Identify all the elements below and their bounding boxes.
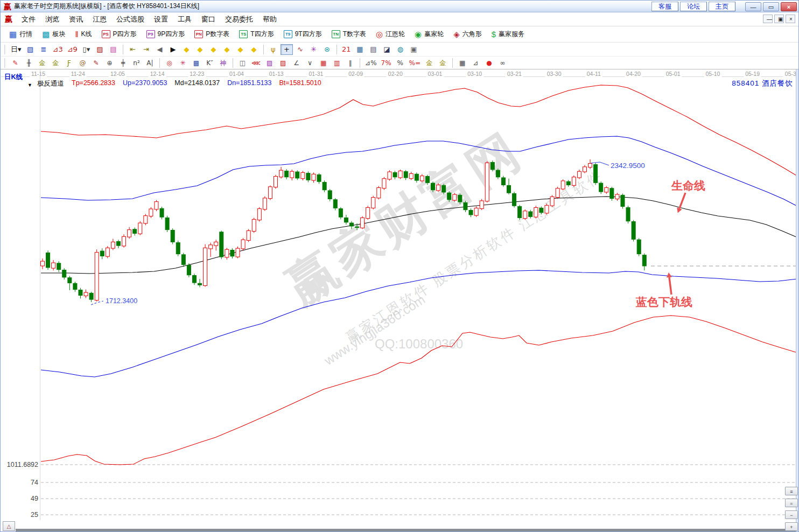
titlebar-link-1[interactable]: 论坛	[680, 2, 707, 11]
candle-style-dropdown[interactable]: ▯▾	[80, 44, 93, 55]
ruler-tool-icon[interactable]: ╫	[23, 58, 35, 68]
fan-box-red-icon[interactable]: ▨	[277, 58, 289, 68]
crosshair-icon[interactable]: +	[281, 44, 293, 55]
red-ball-icon[interactable]: ●	[483, 58, 495, 68]
hexagon-button[interactable]: ◈六角形	[449, 28, 486, 40]
gann-wheel-button[interactable]: ◎江恩轮	[372, 28, 409, 40]
titlebar-link-0[interactable]: 客服	[651, 2, 678, 11]
restore-button[interactable]: ▭	[763, 2, 779, 11]
gold-section-icon[interactable]: 金	[50, 58, 62, 68]
percent-chart-icon[interactable]: ⊿%	[363, 58, 378, 68]
menu-item-5[interactable]: 设置	[149, 13, 173, 26]
bars-9-icon[interactable]: ⊿9	[66, 44, 79, 55]
network-icon[interactable]: ◍	[394, 44, 406, 55]
kline-mark-icon[interactable]: K″	[204, 58, 216, 68]
kline-button[interactable]: ‖K线	[71, 28, 96, 40]
cycle-net-icon[interactable]: ⊛	[321, 44, 333, 55]
p-square-button[interactable]: PSP四方形	[97, 28, 141, 40]
close-button[interactable]: ×	[781, 2, 797, 11]
p-number-table-button[interactable]: PNP数字表	[190, 28, 234, 40]
circle-ruler-icon[interactable]: ⊕	[103, 58, 116, 68]
text-label-icon[interactable]: A|	[144, 58, 156, 68]
menu-item-3[interactable]: 江恩	[88, 13, 111, 26]
titlebar-link-2[interactable]: 主页	[709, 2, 735, 11]
zigzag-icon[interactable]: ∨	[304, 58, 316, 68]
last-page-icon[interactable]: ⇥	[140, 44, 152, 55]
child-close-button[interactable]: ×	[786, 15, 795, 23]
mini-chart-icon[interactable]: ⊿	[469, 58, 482, 68]
minimize-button[interactable]: —	[745, 2, 761, 11]
region-chart-icon[interactable]: ▨	[94, 44, 106, 55]
fan-box-purple-icon[interactable]: ▨	[263, 58, 276, 68]
first-page-icon[interactable]: ⇤	[127, 44, 139, 55]
spiral-icon[interactable]: @	[76, 58, 89, 68]
parallel-lines-icon[interactable]: ∥	[344, 58, 356, 68]
t-number-table-button[interactable]: TNT数字表	[327, 28, 370, 40]
fibonacci-icon[interactable]: Ƒ	[63, 58, 75, 68]
colored-histogram-icon[interactable]: ▤	[107, 44, 120, 55]
pane-one-button[interactable]: −	[785, 510, 798, 519]
grid-box-icon[interactable]: ▩	[190, 58, 202, 68]
expand-vertical-icon[interactable]: ◆	[234, 44, 247, 55]
measure-icon[interactable]: ∿	[294, 44, 306, 55]
percent-icon[interactable]: %	[394, 58, 406, 68]
menu-item-1[interactable]: 浏览	[40, 13, 64, 26]
calculator-icon[interactable]: ▦	[354, 44, 366, 55]
percent-line-icon[interactable]: %=	[408, 58, 422, 68]
child-restore-button[interactable]: ▣	[774, 15, 784, 23]
star-rays-icon[interactable]: ✳	[177, 58, 189, 68]
gold-ratio-icon[interactable]: 金	[36, 58, 48, 68]
price-chart-canvas[interactable]: 1011.68927449252342.95001712.3400生命线蓝色下轨…	[1, 69, 798, 531]
notepad-icon[interactable]: ▤	[367, 44, 380, 55]
right-scroll-strip[interactable]	[796, 69, 798, 531]
period-dropdown[interactable]: 日▾	[9, 44, 23, 55]
draw-line-icon[interactable]: ✎	[90, 58, 102, 68]
nine-p-square-button[interactable]: P99P四方形	[142, 28, 190, 40]
menu-item-7[interactable]: 窗口	[197, 13, 220, 26]
info-report-icon[interactable]: ≣	[38, 44, 50, 55]
compress-vertical-icon[interactable]: ◆	[248, 44, 260, 55]
pen-tool-icon[interactable]: ✎	[9, 58, 22, 68]
quotes-button[interactable]: ▦行情	[5, 28, 37, 40]
horizontal-scrollbar[interactable]	[16, 529, 798, 531]
shift-left-icon[interactable]: ◆	[180, 44, 193, 55]
infinity-icon[interactable]: ∞	[496, 58, 509, 68]
gann-fan-icon[interactable]: ⋘	[250, 58, 262, 68]
bars-3-icon[interactable]: ⊿3	[51, 44, 65, 55]
data-table-icon[interactable]: ▦	[456, 58, 468, 68]
menu-item-9[interactable]: 帮助	[258, 13, 282, 26]
pane-add-button[interactable]: +	[785, 522, 798, 531]
save-icon[interactable]: ◪	[381, 44, 393, 55]
printer-icon[interactable]: ▣	[408, 44, 420, 55]
gold-line-icon[interactable]: 金	[437, 58, 449, 68]
sectors-button[interactable]: ▩板块	[38, 28, 69, 40]
gold-circle-icon[interactable]: 金	[423, 58, 436, 68]
target-circle-icon[interactable]: ◎	[163, 58, 176, 68]
menu-item-2[interactable]: 资讯	[64, 13, 88, 26]
menu-item-6[interactable]: 工具	[173, 13, 197, 26]
pane-two-button[interactable]: =	[785, 499, 798, 507]
t-square-button[interactable]: TST四方形	[235, 28, 278, 40]
calendar-icon[interactable]: 21	[340, 44, 353, 55]
grid-arrow-icon[interactable]: ▥	[331, 58, 343, 68]
prev-page-icon[interactable]: ◀	[153, 44, 166, 55]
box-tool-icon[interactable]: ◫	[236, 58, 249, 68]
nine-t-square-button[interactable]: T99T四方形	[279, 28, 326, 40]
pan-hand-icon[interactable]: ψ	[267, 44, 279, 55]
angle-lines-icon[interactable]: ∠	[290, 58, 303, 68]
percent-seven-icon[interactable]: 7%	[380, 58, 393, 68]
menu-item-0[interactable]: 文件	[17, 13, 40, 26]
magic-tool-icon[interactable]: 神	[217, 58, 229, 68]
child-minimize-button[interactable]: —	[763, 15, 773, 23]
menu-item-8[interactable]: 交易委托	[220, 13, 258, 26]
pane-three-button[interactable]: ≡	[785, 487, 798, 495]
shift-right-icon[interactable]: ◆	[194, 44, 206, 55]
pane-corner-button[interactable]: △	[3, 521, 15, 531]
winner-wheel-button[interactable]: ◉赢家轮	[410, 28, 448, 40]
red-grid-icon[interactable]: ▦	[317, 58, 330, 68]
compass-icon[interactable]: ✳	[307, 44, 320, 55]
trend-chart-icon[interactable]: ▧	[24, 44, 37, 55]
compress-horizontal-icon[interactable]: ◆	[221, 44, 233, 55]
next-page-icon[interactable]: ▶	[167, 44, 179, 55]
expand-horizontal-icon[interactable]: ◆	[207, 44, 220, 55]
